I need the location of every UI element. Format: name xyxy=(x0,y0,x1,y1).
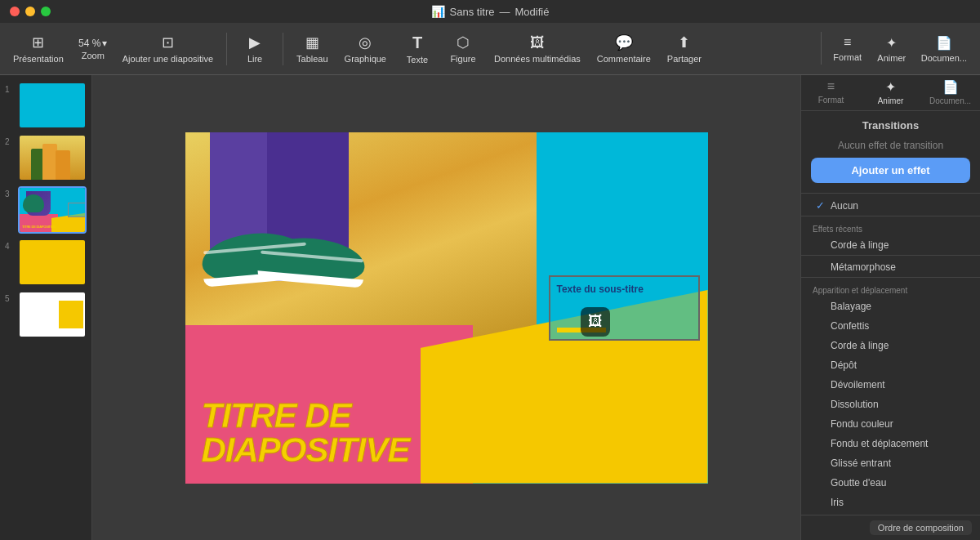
play-icon: ▶ xyxy=(249,33,261,51)
tab-document[interactable]: 📄 Documen... xyxy=(920,75,980,110)
transition-item-corde-linge-recent[interactable]: Corde à linge xyxy=(804,235,977,255)
share-icon: ⬆ xyxy=(678,33,690,51)
transitions-current-effect: Aucun effet de transition xyxy=(801,136,980,158)
media-label: Données multimédias xyxy=(494,54,581,64)
format-tab-icon: ≡ xyxy=(827,79,835,94)
slide-canvas-3: TITRE DE DIAPOSITIVE xyxy=(20,188,87,232)
transition-label-corde-linge: Corde à linge xyxy=(831,340,889,351)
transition-item-balayage[interactable]: Balayage xyxy=(804,297,977,316)
media-icon: 🖼 xyxy=(530,34,545,51)
transition-item-dissolution[interactable]: Dissolution xyxy=(804,395,977,414)
comment-button[interactable]: 💬 Commentaire xyxy=(590,30,657,67)
table-button[interactable]: ▦ Tableau xyxy=(290,30,335,67)
document-tab[interactable]: 📄 Documen... xyxy=(915,32,973,66)
transition-label-iris: Iris xyxy=(831,497,844,508)
add-slide-button[interactable]: ⊡ Ajouter une diapositive xyxy=(116,30,220,67)
document-icon: 📊 xyxy=(431,5,445,18)
slide-image-5[interactable] xyxy=(18,291,87,338)
image-icon: 🖼 xyxy=(588,313,603,330)
slide-canvas-1 xyxy=(20,83,87,127)
zoom-value: 54 % xyxy=(78,38,100,49)
play-button[interactable]: ▶ Lire xyxy=(234,30,276,67)
title-sep: — xyxy=(500,6,510,18)
slide-num-2: 2 xyxy=(5,134,15,146)
transition-item-metamorphose[interactable]: Métamorphose xyxy=(804,257,977,277)
main-layout: 1 2 3 TITRE DE DIAPO xyxy=(0,75,980,540)
animate-tab[interactable]: ✦ Animer xyxy=(871,32,913,66)
graphic-icon: ◎ xyxy=(359,33,372,51)
figure-label: Figure xyxy=(450,54,475,64)
slide-thumb-2[interactable]: 2 xyxy=(5,134,87,181)
transition-label-metamorphose: Métamorphose xyxy=(831,261,896,273)
close-button[interactable] xyxy=(10,7,20,16)
figure-button[interactable]: ⬡ Figure xyxy=(442,30,484,67)
media-button[interactable]: 🖼 Données multimédias xyxy=(488,31,587,67)
slide-canvas-2 xyxy=(20,136,87,180)
maximize-button[interactable] xyxy=(41,7,51,16)
transition-label-depot: Dépôt xyxy=(831,359,857,371)
image-overlay-icon[interactable]: 🖼 xyxy=(581,307,610,337)
format-tab[interactable]: ≡ Format xyxy=(826,32,869,66)
presentation-button[interactable]: ⊞ Présentation xyxy=(7,30,70,67)
transition-item-confettis[interactable]: Confettis xyxy=(804,316,977,336)
format-label: Format xyxy=(833,52,862,62)
slide-num-3: 3 xyxy=(5,186,15,199)
transition-item-corde-linge[interactable]: Corde à linge xyxy=(804,336,977,355)
slide-subtitle-box[interactable]: Texte du sous-titre xyxy=(549,275,700,341)
toolbar-right: ≡ Format ✦ Animer 📄 Documen... xyxy=(817,32,973,66)
animate-label: Animer xyxy=(877,53,906,63)
text-label: Texte xyxy=(407,55,428,65)
slide-thumb-4[interactable]: 4 xyxy=(5,239,87,286)
toolbar: ⊞ Présentation 54 % ▾ Zoom ⊡ Ajouter une… xyxy=(0,23,980,75)
add-effect-button[interactable]: Ajouter un effet xyxy=(811,158,970,183)
slide-canvas-5 xyxy=(20,292,87,337)
format-icon: ≡ xyxy=(844,35,851,50)
slide-image-2[interactable] xyxy=(18,134,87,181)
slide-image-4[interactable] xyxy=(18,239,87,286)
slide-num-5: 5 xyxy=(5,291,15,303)
transition-label-confettis: Confettis xyxy=(831,320,869,332)
tab-animate[interactable]: ✦ Animer xyxy=(861,75,920,110)
order-composition-button[interactable]: Ordre de composition xyxy=(870,520,972,535)
slide-thumb-1[interactable]: 1 xyxy=(5,82,87,129)
animate-tab-icon: ✦ xyxy=(885,79,896,95)
share-button[interactable]: ⬆ Partager xyxy=(661,30,708,67)
transition-item-glisse-entrant[interactable]: Glissé entrant xyxy=(804,453,977,473)
slide-image-1[interactable] xyxy=(18,82,87,129)
document-tab-label: Documen... xyxy=(929,96,971,105)
slide-canvas-4 xyxy=(20,240,87,284)
comment-icon: 💬 xyxy=(615,33,633,51)
transition-label-aucun: Aucun xyxy=(831,200,858,212)
slide-thumb-5[interactable]: 5 xyxy=(5,291,87,338)
slide-image-area xyxy=(185,132,537,345)
presentation-icon: ⊞ xyxy=(32,33,44,51)
text-button[interactable]: T Texte xyxy=(396,30,439,68)
transition-item-fondu-couleur[interactable]: Fondu couleur xyxy=(804,414,977,434)
transition-item-depot[interactable]: Dépôt xyxy=(804,355,977,375)
transition-label-dissolution: Dissolution xyxy=(831,399,879,410)
animate-tab-label: Animer xyxy=(878,96,904,105)
transition-label-fondu-deplacement: Fondu et déplacement xyxy=(831,438,928,449)
bottom-bar: Ordre de composition xyxy=(801,515,980,540)
toolbar-separator-3 xyxy=(821,32,822,65)
transition-item-iris[interactable]: Iris xyxy=(804,493,977,512)
document-label: Documen... xyxy=(921,53,967,63)
zoom-chevron-icon: ▾ xyxy=(102,38,107,49)
slide-thumb-3[interactable]: 3 TITRE DE DIAPOSITIVE xyxy=(5,186,87,234)
transition-label-fondu-couleur: Fondu couleur xyxy=(831,418,893,430)
transitions-panel: Transitions Aucun effet de transition Aj… xyxy=(801,111,980,515)
title-text: Sans titre xyxy=(450,6,495,18)
transition-item-fondu-deplacement[interactable]: Fondu et déplacement xyxy=(804,434,977,453)
zoom-button[interactable]: 54 % ▾ Zoom xyxy=(72,34,114,64)
graphic-label: Graphique xyxy=(345,54,386,64)
table-icon: ▦ xyxy=(305,33,319,51)
transition-item-aucun[interactable]: ✓ Aucun xyxy=(804,195,977,216)
graphic-button[interactable]: ◎ Graphique xyxy=(338,30,393,67)
transition-item-devoilement[interactable]: Dévoilement xyxy=(804,375,977,395)
play-label: Lire xyxy=(247,54,262,64)
slide-subtitle-label: Texte du sous-titre xyxy=(557,283,692,295)
transition-item-goutte-eau[interactable]: Goutte d'eau xyxy=(804,473,977,493)
slide-image-3[interactable]: TITRE DE DIAPOSITIVE xyxy=(18,186,87,234)
minimize-button[interactable] xyxy=(25,7,35,16)
tab-format[interactable]: ≡ Format xyxy=(801,75,861,110)
